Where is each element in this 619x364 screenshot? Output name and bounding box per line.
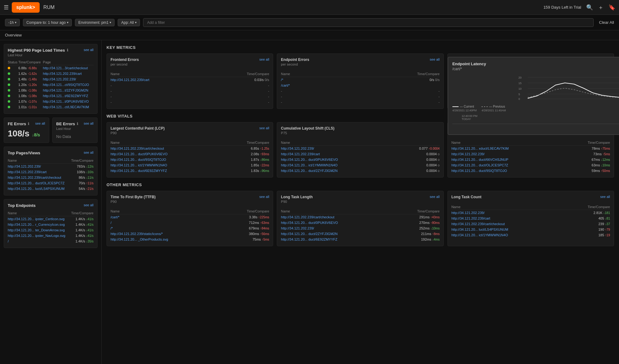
lcp-link[interactable]: http://34.121.202.239/cart/checkout [111,146,224,152]
fe-error-link[interactable]: http://34.121.202.239/cart [111,77,211,83]
page-link[interactable]: http://34.121...ct/9SIQT8TOJO [43,82,94,88]
svg-text:20: 20 [518,76,521,79]
top-pages-card: Top Pages/Views see all Name Time/Compar… [4,147,98,195]
lcp-link[interactable]: http://34.121.20... duct/6E92ZMYYFZ [111,168,224,173]
top-pages-see-all[interactable]: see all [84,151,94,154]
ltl-see-all[interactable]: see all [430,195,440,199]
frontend-errors-table: Name Time/Compare http://34.121.202.239/… [111,71,269,105]
bookmark-icon[interactable]: 🔖 [608,4,615,11]
ttfb-link[interactable]: /* [111,225,225,231]
ttfb-see-all[interactable]: see all [259,195,269,199]
time-range-button[interactable]: -1h ▾ [5,19,20,26]
cls-link[interactable]: http://34.121.20... duct/0PUK6V6EVO [281,157,398,162]
endpoint-latency-tooltip: Endpoint Latency /cart/* 20 15 10 [448,57,619,135]
top-endpoints-card: Top Endpoints see all Name Time/Compare … [4,199,98,248]
status-dot-green [8,84,10,86]
page-link[interactable]: http://34.121.202.239/cart [8,169,69,175]
endpoint-link[interactable]: http://34.121.20... ter_DownArrow.svg [8,227,69,233]
latency2-link[interactable]: http://34.121.20... duct/OLJCESPC7Z [451,162,565,168]
time-col: Time/Compare [224,140,269,146]
page-link[interactable]: http://34.121...t/6E92ZMYYFZ [43,93,94,99]
search-icon[interactable]: 🔍 [586,4,593,11]
table-row: http://34.121.202.239/cart/checkout 86/s… [8,175,94,180]
ttfb-link[interactable]: http://34.121.202.239/static/icons/* [111,231,225,237]
frontend-errors-see-all[interactable]: see all [259,58,269,61]
endpoint-link[interactable]: http://34.121.20... ipster_NavLogo.svg [8,233,69,238]
ep-error-link[interactable]: /cart/* [281,83,327,88]
table-row: 1.62s ↑1.62s http://34.121.202.239/cart [8,71,94,76]
ltc-link[interactable]: http://34.121.20... ict/1YMWWN1N4O [451,232,565,238]
ttfb-link[interactable]: http://34.121.20... _OtherProducts.svg [111,237,225,242]
ttfb-table: NameTime/Compare /cart/* 3.38s ↑225ms / … [111,208,269,242]
table-row: http://34.121.202.239/cart 0.0004 o [281,151,439,157]
ltc-link[interactable]: http://34.121.202.239/ [451,210,565,216]
ltl-link[interactable]: http://34.121.20... duct/0PUK6V6EVO [281,220,395,225]
ttfb-link[interactable]: / [111,220,225,225]
cls-link[interactable]: http://34.121.20... duct/2ZYFJ3GM2N [281,168,398,173]
long-task-length-card: Long Task Length P90 see all NameTime/Co… [277,191,443,246]
endpoint-errors-sub: per second [281,62,309,66]
page-link[interactable]: http://34.121.20... duct/OLJCESPC7Z [8,180,69,186]
cls-title: Cumulative Layout Shift (CLS) [281,126,334,131]
page-link[interactable]: http://34.121.202.239/cart/checkout [8,175,69,180]
app-header: ☰ splunk> RUM 159 Days Left in Trial 🔍 ＋… [0,0,619,15]
table-row: -- [111,99,269,105]
latency2-link[interactable]: http://34.121.202.239/ [451,151,565,157]
cls-link[interactable]: http://34.121.202.239/ [281,146,398,152]
latency2-link[interactable]: http://34.121.20... duct/66VCHSJNUP [451,157,565,162]
filter-input[interactable] [143,18,593,27]
logo-text: splunk> [16,5,35,10]
page-link[interactable]: http://34.121...ct/L9ECAV7KIM [43,104,94,110]
ttfb-title: Time To First Byte (TTFB) [111,195,156,199]
highest-p90-see-all[interactable]: see all [84,48,94,52]
fe-errors-see-all[interactable]: see all [35,122,45,125]
page-link[interactable]: http://34.121...t/2ZYFJ3GM2N [43,88,94,93]
ltl-link[interactable]: http://34.121.202.239/cart/checkout [281,214,395,220]
ttfb-link[interactable]: /cart/* [111,214,225,220]
table-row: -- [111,94,269,99]
latency2-link[interactable]: http://34.121.20... duct/9SIQT8TOJO [451,168,565,173]
endpoint-link[interactable]: http://34.121.20... ipster_CertIcon.svg [8,216,69,222]
clear-all-button[interactable]: Clear All [599,20,614,25]
lcp-see-all[interactable]: see all [259,126,269,130]
page-link[interactable]: http://34.121...3/cart/checkout [43,65,94,71]
right-panel: KEY METRICS Frontend Errors per second s… [102,40,619,364]
table-row: 1.08s ↑1.08s http://34.121...t/6E92ZMYYF… [8,93,94,99]
be-errors-see-all[interactable]: see all [84,122,94,125]
table-row: http://34.121.202.239/ 783/s ↓12/s [8,164,94,169]
ltc-see-all[interactable]: see all [600,195,610,199]
table-row: http://34.121.20... duct/0PUK6V6EVO 0.00… [281,157,439,162]
ltl-link[interactable]: http://34.121.202.239/ [281,225,395,231]
page-link[interactable]: http://34.121.202.239/cart [43,71,94,76]
compare-to-button[interactable]: Compare to: 1 hour ago ▾ [23,19,72,26]
page-link[interactable]: http://34.121.20... luct/LS4PSXUNUM [8,186,69,191]
ep-error-link[interactable]: /* [281,77,327,83]
lcp-link[interactable]: http://34.121.20... ict/1YMWWN1N4O [111,162,224,168]
ltl-link[interactable]: http://34.121.20... duct/6E92ZMYYFZ [281,237,395,242]
ltc-link[interactable]: http://34.121.202.239/cart [451,216,565,221]
endpoint-link[interactable]: / [8,238,69,244]
page-link[interactable]: http://34.121.202.239/ [8,164,69,169]
lcp-link[interactable]: http://34.121.20... duct/9SIQT8TOJO [111,157,224,162]
endpoint-link[interactable]: http://34.121.20... r_CurrencyIcon.svg [8,222,69,227]
endpoint-errors-see-all[interactable]: see all [430,58,440,61]
page-link[interactable]: http://34.121...t/0PUK6V6EVO [43,99,94,104]
table-row: http://34.121.20... duct/66VCHSJNUP 67ms… [451,157,610,162]
app-button[interactable]: App: All ▾ [118,19,140,26]
menu-icon[interactable]: ☰ [4,4,9,11]
ltc-link[interactable]: http://34.121.202.239/cart/checkout [451,221,565,227]
ltl-link[interactable]: http://34.121.20... duct/2ZYFJ3GM2N [281,231,395,237]
environment-button[interactable]: Environment: pm1 ▾ [75,19,115,26]
table-row: http://34.121.202.239/ 0.077 ↑0.0004 [281,146,439,152]
top-endpoints-see-all[interactable]: see all [84,203,94,207]
table-row: http://34.121.20... duct/0PUK6V6EVO 270m… [281,220,439,225]
page-link[interactable]: http://34.121.202.239/ [43,76,94,82]
chart-legend: — Current 4/28/2021 12:40PM — Previous 4… [452,105,619,112]
ltc-link[interactable]: http://34.121.20... luct/LS4PSXUNUM [451,227,565,232]
lcp-link[interactable]: http://34.121.20... duct/0PUK6V6EVO [111,151,224,157]
highest-p90-card: Highest P90 Page Load Times ℹ Last Hour … [4,44,98,114]
cls-link[interactable]: http://34.121.20... ict/1YMWWN1N4O [281,162,398,168]
add-icon[interactable]: ＋ [598,4,604,11]
cls-link[interactable]: http://34.121.202.239/cart [281,151,398,157]
latency2-link[interactable]: http://34.121.20... xduct/L9ECAV7KIM [451,146,565,152]
